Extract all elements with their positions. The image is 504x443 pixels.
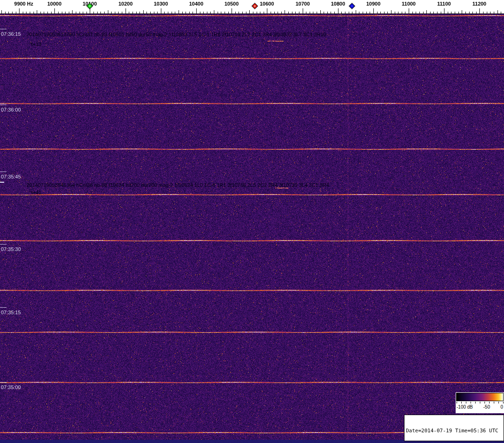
status-info-box: Date=2014-07-19 Time=05:36 UTC Freq=143 …: [404, 415, 504, 441]
freq-tick-label: 10000: [47, 1, 62, 7]
time-tick-mark: [0, 29, 7, 29]
freq-tick-label: 11000: [402, 1, 416, 7]
freq-tick-label: 10900: [366, 1, 381, 7]
freq-tick-label: 10700: [296, 1, 310, 7]
event-edge-mark: [0, 182, 4, 183]
time-axis-label: 07:35:45: [1, 174, 21, 179]
freq-tick-label: 11200: [472, 1, 486, 7]
time-axis-label: 07:36:15: [1, 31, 21, 37]
time-tick-mark: [0, 105, 7, 105]
time-axis-label: 07:35:00: [1, 384, 21, 390]
freq-tick-label: 10600: [260, 1, 274, 7]
event-time-offset: ^t+41: [29, 190, 41, 195]
time-tick-mark: [0, 172, 7, 172]
colorbar-legend: -100 dB -50 0: [456, 392, 504, 413]
event-annotation: 20140719053541364 hCnt36 nb-88 f10634 hi…: [27, 182, 329, 188]
time-tick-mark: [0, 382, 7, 383]
freq-tick-label: 10400: [189, 1, 204, 7]
time-axis-label: 07:35:30: [1, 246, 21, 252]
meteor-spectrogram-window: 9900 Hz100001010010200103001040010500106…: [0, 0, 504, 443]
freq-tick-label: 10500: [225, 1, 239, 7]
freq-tick-label: 10800: [331, 1, 345, 7]
freq-tick-label: 10200: [119, 1, 133, 7]
colorbar-max-label: 0: [500, 404, 503, 410]
time-tick-mark: [0, 244, 7, 245]
colorbar-labels: -100 dB -50 0: [456, 404, 504, 410]
freq-tick-label: 10300: [154, 1, 168, 7]
time-axis-label: 07:35:15: [1, 310, 21, 315]
colorbar-min-label: -100 dB: [457, 404, 473, 410]
colorbar-gradient: [456, 393, 504, 404]
event-time-offset: ^t+13: [29, 41, 41, 47]
spectrogram-waterfall: [0, 14, 504, 443]
freq-tick-label: 9900 Hz: [14, 1, 33, 7]
event-annotation: 20140719053613760 hCnt37 nb-89 f10601 hi…: [27, 32, 326, 37]
freq-tick-label: 11100: [437, 1, 451, 7]
time-axis-label: 07:36:00: [1, 107, 21, 112]
time-tick-mark: [0, 307, 7, 308]
info-date-line: Date=2014-07-19 Time=05:36 UTC: [406, 428, 502, 434]
frequency-ruler: 9900 Hz100001010010200103001040010500106…: [0, 0, 504, 14]
colorbar-mid-label: -50: [484, 404, 490, 410]
